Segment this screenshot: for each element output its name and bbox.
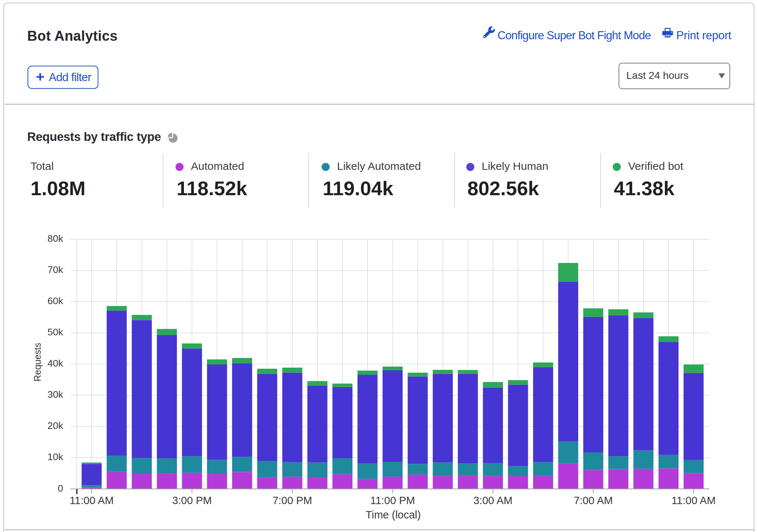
svg-text:11:00 AM: 11:00 AM bbox=[69, 495, 113, 506]
svg-text:Requests: Requests bbox=[32, 343, 43, 382]
svg-text:10k: 10k bbox=[47, 451, 63, 462]
svg-text:70k: 70k bbox=[47, 264, 63, 275]
svg-text:30k: 30k bbox=[47, 389, 63, 400]
svg-text:7:00 PM: 7:00 PM bbox=[272, 495, 312, 506]
svg-text:60k: 60k bbox=[47, 295, 63, 306]
svg-text:20k: 20k bbox=[47, 420, 63, 431]
svg-text:11:00 AM: 11:00 AM bbox=[671, 495, 716, 506]
svg-text:0: 0 bbox=[58, 483, 63, 494]
svg-text:7:00 AM: 7:00 AM bbox=[574, 495, 613, 506]
svg-text:40k: 40k bbox=[47, 358, 63, 369]
svg-text:Time (local): Time (local) bbox=[366, 509, 421, 521]
svg-text:3:00 PM: 3:00 PM bbox=[172, 495, 212, 506]
svg-text:3:00 AM: 3:00 AM bbox=[473, 495, 512, 506]
svg-text:11:00 PM: 11:00 PM bbox=[370, 495, 415, 506]
svg-text:80k: 80k bbox=[47, 233, 63, 244]
svg-text:50k: 50k bbox=[47, 327, 63, 338]
